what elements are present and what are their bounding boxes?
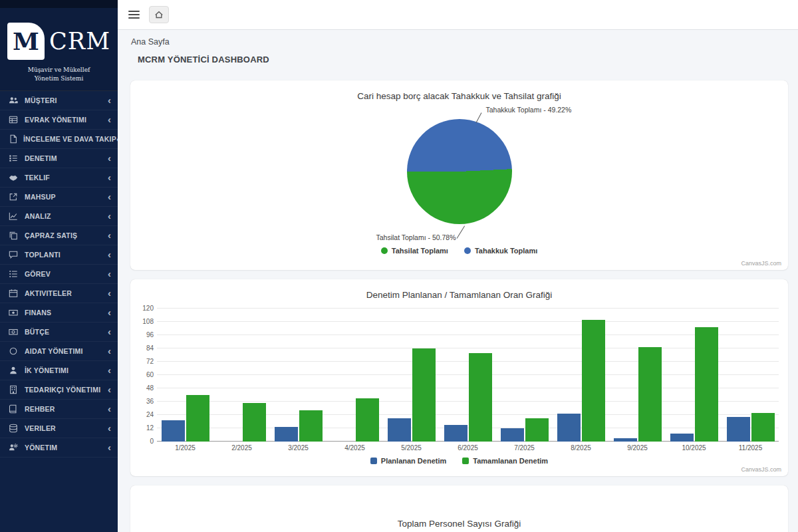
sidebar-item-butce[interactable]: BÜTÇE‹ xyxy=(0,323,118,342)
x-axis-label: 9/2025 xyxy=(609,444,666,452)
bar-tamamlanan-denetim[interactable] xyxy=(582,320,605,442)
bar-tamamlanan-denetim[interactable] xyxy=(186,395,209,442)
pie-callout-line xyxy=(475,112,481,122)
sidebar-item-evrak-yonetimi[interactable]: EVRAK YÖNETIMI‹ xyxy=(0,110,118,130)
home-icon[interactable] xyxy=(149,6,169,23)
sidebar-item-aktiviteler[interactable]: AKTIVITELER‹ xyxy=(0,284,118,303)
sidebar-item-label: AIDAT YÖNETIMI xyxy=(25,347,108,355)
sidebar-item-label: İK YÖNETIMI xyxy=(25,366,108,374)
chevron-left-icon: ‹ xyxy=(108,307,111,317)
y-axis-tick: 108 xyxy=(138,319,154,325)
chevron-left-icon: ‹ xyxy=(108,249,111,259)
legend-marker xyxy=(381,247,388,254)
brand-title: CRM xyxy=(49,28,110,55)
y-axis-tick: 36 xyxy=(138,398,154,405)
chevron-left-icon: ‹ xyxy=(108,346,111,356)
brand-subtitle: Müşavir ve Mükellef Yönetim Sistemi xyxy=(19,66,99,82)
sidebar-item-teklif[interactable]: TEKLIF‹ xyxy=(0,168,118,188)
x-axis-label: 1/2025 xyxy=(157,444,213,452)
x-axis-label: 7/2025 xyxy=(496,444,553,452)
sidebar-item-rehber[interactable]: REHBER‹ xyxy=(0,400,118,419)
sidebar-item-capraz-satis[interactable]: ÇAPRAZ SATIŞ‹ xyxy=(0,226,118,245)
legend-marker xyxy=(464,247,471,254)
users-cog-icon xyxy=(9,443,19,452)
bar-tamamlanan-denetim[interactable] xyxy=(356,398,379,442)
bar-planlanan-denetim[interactable] xyxy=(275,427,298,442)
bar-tamamlanan-denetim[interactable] xyxy=(695,327,718,442)
brand[interactable]: M CRM Müşavir ve Mükellef Yönetim Sistem… xyxy=(0,0,118,91)
pie-callout-tahakkuk: Tahakkuk Toplamı - 49.22% xyxy=(486,106,572,114)
table-icon xyxy=(9,115,19,124)
canvasjs-watermark[interactable]: CanvasJS.com xyxy=(741,260,781,267)
third-chart-card: Toplam Personel Sayısı Grafiği xyxy=(130,485,788,532)
sidebar-item-toplanti[interactable]: TOPLANTI‹ xyxy=(0,245,118,265)
bar-chart[interactable]: 01224364860728496108120 xyxy=(157,309,779,442)
pie-chart-title: Cari hesap borç alacak Tahakkuk ve Tahsi… xyxy=(138,80,780,103)
bar-group xyxy=(440,309,496,442)
bar-group xyxy=(327,309,383,442)
chevron-left-icon: ‹ xyxy=(108,211,111,221)
sidebar-item-yonetim[interactable]: YÖNETIM‹ xyxy=(0,438,118,458)
bar-tamamlanan-denetim[interactable] xyxy=(638,347,662,442)
sidebar-item-tedarikci-yonetimi[interactable]: TEDARIKÇI YÖNETIMI‹ xyxy=(0,380,118,400)
legend-item[interactable]: Tamamlanan Denetim xyxy=(462,457,548,465)
sidebar-item-mahsup[interactable]: MAHSUP‹ xyxy=(0,188,118,207)
building-icon xyxy=(9,385,19,394)
sidebar-item-denetim[interactable]: DENETIM‹ xyxy=(0,149,118,168)
sidebar-item-label: FINANS xyxy=(25,309,108,317)
y-axis-tick: 0 xyxy=(138,438,154,445)
bar-group xyxy=(496,309,553,442)
legend-item[interactable]: Tahsilat Toplamı xyxy=(381,247,448,255)
sidebar-item-ik-yonetimi[interactable]: İK YÖNETIMI‹ xyxy=(0,361,118,380)
sidebar-item-label: VERILER xyxy=(25,424,108,432)
money-icon xyxy=(9,308,19,317)
bar-planlanan-denetim[interactable] xyxy=(501,428,524,442)
bar-legend: Planlanan DenetimTamamlanan Denetim xyxy=(138,452,780,471)
copy-icon xyxy=(9,231,19,240)
legend-item[interactable]: Planlanan Denetim xyxy=(370,457,446,465)
y-axis-tick: 84 xyxy=(138,345,154,352)
file-icon xyxy=(9,134,18,144)
legend-marker xyxy=(462,458,469,464)
sidebar-item-finans[interactable]: FINANS‹ xyxy=(0,303,118,323)
canvasjs-watermark[interactable]: CanvasJS.com xyxy=(741,466,781,473)
sidebar-item-veriler[interactable]: VERILER‹ xyxy=(0,419,118,438)
bar-tamamlanan-denetim[interactable] xyxy=(751,413,775,442)
bar-group xyxy=(383,309,440,442)
bar-tamamlanan-denetim[interactable] xyxy=(299,410,323,442)
sidebar-item-musteri[interactable]: MÜŞTERI‹ xyxy=(0,91,118,110)
sidebar-item-label: AKTIVITELER xyxy=(25,289,108,297)
sidebar-item-label: TOPLANTI xyxy=(25,251,108,259)
bar-planlanan-denetim[interactable] xyxy=(557,414,581,442)
legend-label: Tamamlanan Denetim xyxy=(473,457,548,465)
bar-group xyxy=(157,309,213,442)
bar-tamamlanan-denetim[interactable] xyxy=(412,348,436,442)
bar-planlanan-denetim[interactable] xyxy=(388,418,411,442)
bar-tamamlanan-denetim[interactable] xyxy=(243,403,266,442)
bar-planlanan-denetim[interactable] xyxy=(614,438,637,442)
y-axis-tick: 96 xyxy=(138,332,154,338)
chevron-left-icon: ‹ xyxy=(108,423,111,433)
y-axis-tick: 48 xyxy=(138,385,154,392)
hamburger-menu-icon[interactable] xyxy=(128,11,140,19)
sidebar-item-analiz[interactable]: ANALIZ‹ xyxy=(0,207,118,226)
bar-planlanan-denetim[interactable] xyxy=(162,420,185,442)
breadcrumb[interactable]: Ana Sayfa xyxy=(131,37,788,47)
database-icon xyxy=(9,424,19,433)
sidebar-item-inceleme-ve-dava-takip[interactable]: İNCELEME VE DAVA TAKIP‹ xyxy=(0,130,118,149)
bar-tamamlanan-denetim[interactable] xyxy=(469,353,492,442)
sidebar-item-aidat-yonetimi[interactable]: AIDAT YÖNETIMI‹ xyxy=(0,342,118,361)
x-axis-label: 8/2025 xyxy=(553,444,609,452)
bar-group xyxy=(553,309,609,442)
sidebar-item-gorev[interactable]: GÖREV‹ xyxy=(0,265,118,284)
content-area: Ana Sayfa MCRM YÖNETİCİ DASHBOARD Cari h… xyxy=(118,30,798,532)
sidebar-item-label: BÜTÇE xyxy=(25,328,108,336)
bar-tamamlanan-denetim[interactable] xyxy=(525,418,549,442)
bar-planlanan-denetim[interactable] xyxy=(444,425,467,442)
bar-planlanan-denetim[interactable] xyxy=(670,434,694,442)
sidebar-item-label: GÖREV xyxy=(25,270,108,278)
bar-planlanan-denetim[interactable] xyxy=(727,417,750,442)
chevron-left-icon: ‹ xyxy=(108,95,111,105)
pie-chart[interactable] xyxy=(407,119,512,224)
legend-item[interactable]: Tahakkuk Toplamı xyxy=(464,247,537,255)
